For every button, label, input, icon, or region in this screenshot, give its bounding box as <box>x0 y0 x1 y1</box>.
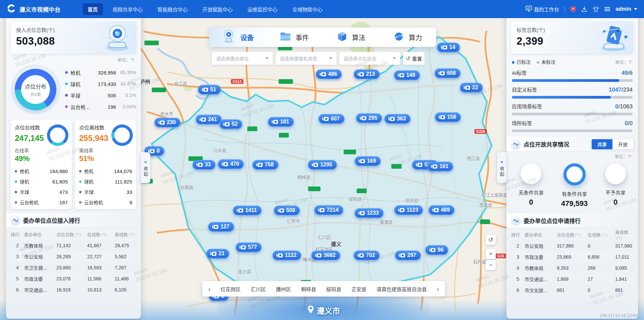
workbench-button[interactable]: 我的工作台 <box>526 6 559 13</box>
table-row[interactable]: 4市教体局9,3532689,085 <box>510 262 635 273</box>
map-marker[interactable]: 33 <box>193 160 216 170</box>
map-marker[interactable]: 702 <box>354 251 380 260</box>
map-marker[interactable]: 295 <box>356 113 382 123</box>
map-marker[interactable]: 470 <box>218 159 244 169</box>
map-zoom-in-button[interactable]: + <box>486 249 496 259</box>
district-item-2[interactable]: 汇川区 <box>251 285 266 292</box>
map-refresh-button[interactable]: ↺ <box>486 235 496 245</box>
district-item-6[interactable]: 正安县 <box>352 285 367 292</box>
table-row[interactable]: 2市教体局71,14241,66729,475 <box>9 240 138 251</box>
marker-count: 169 <box>367 158 376 164</box>
map-marker[interactable]: 14 <box>437 43 460 52</box>
row-cell: 11,488 <box>115 276 136 281</box>
map-marker[interactable]: 489 <box>428 205 454 215</box>
map-marker[interactable]: 508 <box>274 206 300 215</box>
camera-icon <box>399 253 405 258</box>
nav-item-2[interactable]: 视频共享中心 <box>108 3 148 15</box>
current-city-button[interactable]: 遵义市 <box>308 305 340 316</box>
map-zoom-out-button[interactable]: − <box>486 260 496 270</box>
map-marker[interactable]: 1123 <box>394 205 423 215</box>
map-marker[interactable]: 161 <box>427 162 453 171</box>
theme-shirt-icon[interactable] <box>593 6 599 12</box>
share-tab-1[interactable]: 共享 <box>592 139 612 149</box>
map-marker[interactable]: 127 <box>208 222 234 232</box>
map-marker[interactable]: 297 <box>395 251 421 260</box>
filter-tab-label: 设备 <box>240 33 254 42</box>
table-row[interactable]: 3市公安局28,28922,7275,562 <box>9 251 138 262</box>
table-row[interactable]: 5市政法委23,07611,58811,488 <box>9 273 138 284</box>
filter-tab-1[interactable]: 设备 <box>209 28 266 47</box>
row-cell: 市公安局 <box>525 243 557 249</box>
map-marker[interactable]: 577 <box>235 243 262 252</box>
map-marker[interactable]: 230 <box>154 118 180 127</box>
marker-count: 96 <box>438 247 444 253</box>
nav-item-3[interactable]: 智能融合中心 <box>153 3 193 15</box>
district-prev-icon[interactable]: ‹ <box>208 285 211 293</box>
district-next-icon[interactable]: › <box>437 285 439 293</box>
map-marker[interactable]: 213 <box>354 69 380 79</box>
map-marker[interactable]: 181 <box>268 117 294 127</box>
select-placeholder: 请选择委办单位 <box>216 55 249 62</box>
map-marker[interactable]: 486 <box>316 69 342 79</box>
table-row[interactable]: 3市政法委23,8696,85817,011 <box>510 251 635 262</box>
share-tab-2[interactable]: 开放 <box>612 139 633 149</box>
row-cell: 市政法委 <box>525 254 557 260</box>
filter-tab-2[interactable]: 事件 <box>266 28 322 47</box>
breakdown-dot <box>15 191 17 193</box>
map-marker[interactable]: 363 <box>384 114 411 124</box>
map-marker[interactable]: 21 <box>206 249 229 259</box>
map-marker[interactable]: 51 <box>198 85 221 95</box>
menu-icon[interactable] <box>604 7 610 11</box>
filter-tab-4[interactable]: 算力 <box>379 28 436 47</box>
map-marker[interactable]: 169 <box>355 156 381 166</box>
download-icon[interactable] <box>581 6 587 12</box>
map-marker[interactable]: 52 <box>219 119 243 129</box>
breakdown-value: 111,825 <box>115 179 132 184</box>
map-marker[interactable]: 1233 <box>355 208 384 218</box>
district-item-3[interactable]: 播州区 <box>276 285 291 292</box>
district-item-1[interactable]: 红花岗区 <box>220 285 240 292</box>
district-item-5[interactable]: 绥阳县 <box>326 285 341 292</box>
security-shield-icon[interactable] <box>570 6 576 12</box>
left-panel-collapse-button[interactable]: « 收起 <box>141 152 150 183</box>
district-item-7[interactable]: 道真仡佬族苗族自治县 <box>377 285 427 292</box>
app-logo-icon <box>7 4 16 14</box>
row-rank: 3 <box>511 254 525 260</box>
table-row[interactable]: 6市文化旅...8810881 <box>510 284 635 296</box>
user-menu[interactable]: admin <box>615 6 637 12</box>
tag-marked-count: 0 <box>625 120 628 126</box>
filter-select-1[interactable]: 请选择委办单位 <box>212 52 273 65</box>
nav-item-5[interactable]: 运维监控中心 <box>243 3 283 15</box>
table-row[interactable]: 4市卫生健...23,88016,5937,287 <box>9 262 138 273</box>
nav-item-6[interactable]: 全域物联中心 <box>287 3 328 15</box>
map-marker[interactable]: 1122 <box>272 251 301 260</box>
map-marker[interactable]: 1295 <box>308 160 337 170</box>
right-panel-collapse-button[interactable]: » 收起 <box>497 152 506 183</box>
map-marker[interactable]: 758 <box>252 160 278 170</box>
map-marker[interactable]: 3682 <box>311 251 340 260</box>
map-marker[interactable]: 607 <box>318 114 344 124</box>
map-marker[interactable]: 158 <box>435 112 461 122</box>
share-tabs: 共享开放 <box>592 139 633 149</box>
map-marker[interactable]: 241 <box>196 115 222 124</box>
table-row[interactable]: 5市交通运...1,668271,641 <box>510 273 635 284</box>
online-offline-row: 点位在线数 247,145 在线率 49% 枪机184,880球机61,605半… <box>11 120 136 209</box>
offline-gauge <box>111 124 133 146</box>
table-row[interactable]: 6市交通运...16,91810,8136,105 <box>9 284 138 295</box>
camera-icon <box>358 253 364 258</box>
map-marker[interactable]: 1411 <box>233 206 262 215</box>
camera-icon <box>202 88 208 92</box>
nav-item-1[interactable]: 首页 <box>83 3 103 15</box>
map-marker[interactable]: 96 <box>425 245 448 255</box>
table-row[interactable]: 2市公安局317,9800317,980 <box>510 240 635 251</box>
filter-tab-3[interactable]: 算法 <box>323 28 379 47</box>
filter-select-3[interactable]: 请选择点位状态 <box>339 52 400 65</box>
filter-select-2[interactable]: 请选择摄像机类型 <box>276 52 336 65</box>
map-marker[interactable]: 148 <box>394 70 420 80</box>
nav-item-4[interactable]: 开放赋能中心 <box>198 3 238 15</box>
map-marker[interactable]: 7214 <box>314 205 343 215</box>
district-item-4[interactable]: 桐梓县 <box>301 285 316 292</box>
reset-button[interactable]: ↺重置 <box>403 52 425 65</box>
map-marker[interactable]: 22 <box>460 83 483 93</box>
map-marker[interactable]: 608 <box>434 68 461 78</box>
